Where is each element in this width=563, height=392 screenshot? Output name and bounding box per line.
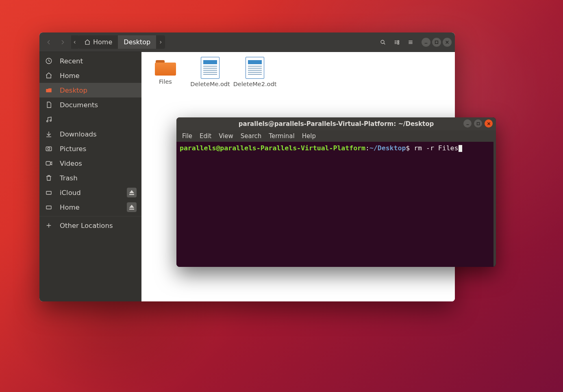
menu-view[interactable]: View (219, 132, 233, 140)
eject-icloud-button[interactable] (127, 188, 137, 197)
svg-rect-28 (129, 209, 134, 210)
svg-rect-11 (435, 41, 438, 43)
path-next-button[interactable] (156, 35, 165, 49)
sidebar-item-home-drive[interactable]: Home (39, 200, 141, 214)
menu-search[interactable]: Search (241, 132, 262, 140)
file-item-label: DeleteMe.odt (190, 80, 230, 88)
prompt-user-host: parallels@parallels-Parallels-Virtual-Pl… (180, 144, 365, 152)
window-controls (422, 38, 452, 47)
sidebar-label: Pictures (60, 145, 86, 153)
eject-home-button[interactable] (127, 202, 137, 212)
path-segment-home[interactable]: Home (78, 35, 118, 49)
window-maximize-button[interactable] (432, 38, 441, 47)
sidebar-item-icloud[interactable]: iCloud (39, 185, 141, 200)
sidebar-label: Videos (60, 160, 82, 167)
window-close-button[interactable] (443, 38, 452, 47)
sidebar-label: Trash (60, 174, 78, 182)
svg-rect-5 (398, 41, 399, 42)
nav-forward-button[interactable] (57, 36, 69, 48)
sidebar-item-documents[interactable]: Documents (39, 97, 141, 112)
svg-rect-25 (129, 194, 134, 195)
svg-marker-24 (129, 190, 134, 193)
svg-rect-23 (46, 191, 51, 195)
sidebar-item-downloads[interactable]: Downloads (39, 127, 141, 141)
svg-marker-27 (129, 205, 134, 208)
document-icon (201, 57, 220, 79)
sidebar-item-music[interactable] (39, 112, 141, 127)
sidebar-item-desktop[interactable]: Desktop (39, 83, 141, 97)
svg-line-1 (384, 43, 385, 44)
terminal-cursor (459, 145, 462, 152)
sidebar-item-recent[interactable]: Recent (39, 54, 141, 68)
path-home-label: Home (93, 38, 112, 46)
terminal-menubar: File Edit View Search Terminal Help (176, 130, 496, 142)
folder-icon (155, 59, 176, 76)
sidebar-label: Documents (60, 101, 98, 109)
sidebar-item-trash[interactable]: Trash (39, 171, 141, 185)
menu-terminal[interactable]: Terminal (269, 132, 294, 140)
sidebar-item-home[interactable]: Home (39, 68, 141, 83)
svg-point-0 (381, 40, 384, 43)
sidebar-label: Recent (60, 57, 83, 65)
path-prev-button[interactable] (71, 35, 78, 49)
svg-point-15 (47, 121, 48, 122)
terminal-command: rm -r Files (414, 144, 458, 152)
sidebar-label: iCloud (60, 189, 81, 197)
svg-rect-26 (46, 206, 51, 209)
sidebar-label: Desktop (60, 87, 87, 94)
sidebar-label: Home (60, 204, 80, 211)
path-bar: Home Desktop (71, 35, 165, 49)
file-item-label: DeleteMe2.odt (233, 80, 277, 88)
terminal-titlebar[interactable]: parallels@parallels-Parallels-Virtual-Pl… (176, 117, 496, 130)
svg-rect-6 (398, 43, 399, 44)
sidebar-item-pictures[interactable]: Pictures (39, 141, 141, 156)
sidebar-label: Other Locations (60, 222, 113, 230)
terminal-title: parallels@parallels-Parallels-Virtual-Pl… (239, 120, 434, 128)
svg-point-20 (48, 147, 50, 149)
document-icon (246, 57, 264, 79)
sidebar-item-videos[interactable]: Videos (39, 156, 141, 171)
path-segment-desktop[interactable]: Desktop (118, 35, 156, 49)
sidebar-label: Downloads (60, 130, 97, 138)
prompt-path: ~/Desktop (370, 144, 406, 152)
file-item-document[interactable]: DeleteMe2.odt (237, 57, 272, 88)
view-mode-button[interactable] (391, 36, 403, 48)
terminal-minimize-button[interactable] (463, 119, 472, 128)
prompt-separator: : (365, 144, 370, 152)
menu-help[interactable]: Help (302, 132, 316, 140)
prompt-symbol: $ (406, 144, 410, 152)
terminal-window: parallels@parallels-Parallels-Virtual-Pl… (176, 117, 496, 267)
desktop-wallpaper: Home Desktop (0, 0, 563, 392)
sidebar-label: Home (60, 72, 80, 80)
terminal-body[interactable]: parallels@parallels-Parallels-Virtual-Pl… (176, 142, 496, 267)
svg-point-16 (50, 120, 51, 121)
nav-back-button[interactable] (43, 36, 55, 48)
file-item-label: Files (159, 78, 172, 85)
search-button[interactable] (377, 36, 389, 48)
svg-rect-21 (46, 162, 50, 165)
window-minimize-button[interactable] (422, 38, 430, 47)
file-item-document[interactable]: DeleteMe.odt (193, 57, 228, 88)
file-manager-headerbar: Home Desktop (39, 32, 455, 52)
menu-file[interactable]: File (182, 132, 192, 140)
svg-rect-32 (477, 122, 479, 125)
hamburger-menu-button[interactable] (404, 36, 417, 48)
path-desktop-label: Desktop (124, 38, 150, 46)
terminal-maximize-button[interactable] (474, 119, 482, 128)
file-item-folder[interactable]: Files (148, 57, 183, 85)
terminal-close-button[interactable] (485, 119, 493, 128)
sidebar-separator (39, 216, 141, 217)
sidebar-item-other-locations[interactable]: Other Locations (39, 218, 141, 233)
terminal-window-controls (463, 119, 493, 128)
menu-edit[interactable]: Edit (200, 132, 211, 140)
file-manager-sidebar: Recent Home Desktop Documents (39, 52, 141, 301)
